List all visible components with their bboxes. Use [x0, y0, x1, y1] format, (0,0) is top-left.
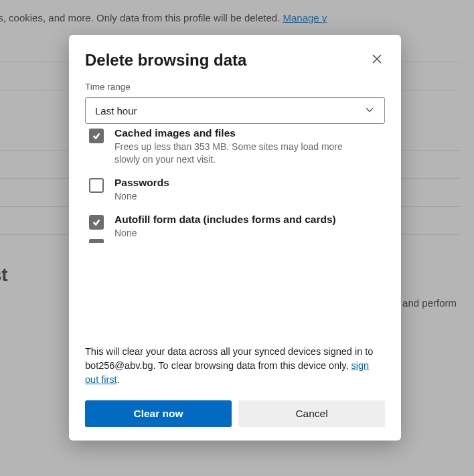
options-list: From 15 sites. Signs you out of most sit… — [85, 128, 385, 321]
option-cached-images[interactable]: Cached images and files Frees up less th… — [85, 128, 373, 170]
checkbox[interactable] — [89, 129, 104, 143]
clear-now-button[interactable]: Clear now — [85, 400, 232, 427]
option-description: None — [114, 190, 369, 203]
checkbox[interactable] — [89, 178, 104, 193]
option-title: Passwords — [114, 177, 369, 189]
close-button[interactable] — [369, 51, 385, 69]
option-passwords[interactable]: Passwords None — [85, 170, 373, 207]
sync-warning-text: This will clear your data across all you… — [85, 337, 385, 387]
delete-browsing-data-dialog: Delete browsing data Time range Last hou… — [69, 35, 401, 441]
option-title: Autofill form data (includes forms and c… — [114, 214, 369, 226]
close-icon — [372, 54, 382, 64]
option-autofill[interactable]: Autofill form data (includes forms and c… — [85, 207, 373, 244]
dialog-title: Delete browsing data — [85, 51, 246, 70]
option-description: None — [114, 227, 369, 240]
time-range-label: Time range — [85, 82, 385, 92]
checkbox[interactable] — [89, 215, 104, 230]
chevron-down-icon — [364, 104, 375, 117]
time-range-value: Last hour — [95, 105, 137, 116]
option-description: Frees up less than 353 MB. Some sites ma… — [114, 141, 369, 166]
time-range-select[interactable]: Last hour — [85, 97, 385, 124]
cancel-button[interactable]: Cancel — [238, 400, 385, 427]
option-title: Cached images and files — [114, 128, 369, 139]
next-option-checkbox-peek — [89, 239, 104, 243]
